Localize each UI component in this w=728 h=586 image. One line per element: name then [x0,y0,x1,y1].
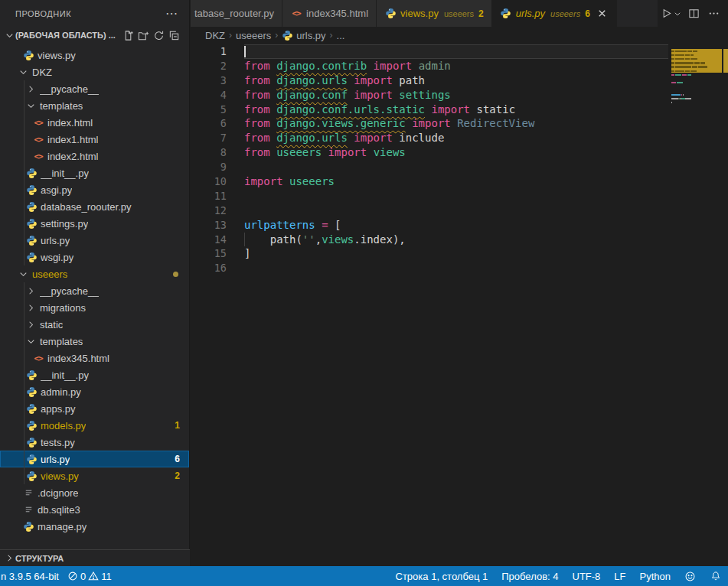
python-file-icon [25,184,38,196]
refresh-explorer-button[interactable] [151,28,166,43]
code-line-3[interactable]: 3from django.urls import path [191,73,728,88]
python-file-icon [25,470,38,482]
status-item-eol[interactable]: LF [607,566,632,586]
tree-item-index2-html[interactable]: <>index2.html [0,148,189,164]
tree-item-database-roouter-py[interactable]: database_roouter.py [0,198,189,215]
new-folder-button[interactable] [135,28,151,43]
code-line-11[interactable]: 11 [191,189,728,203]
tree-item-views-py[interactable]: views.py [0,47,189,63]
tree-item-label: apps.py [41,403,76,415]
code-editor[interactable]: 12from django.contrib import admin3from … [191,44,728,566]
breadcrumb: DKZ›useeers›urls.py›... [191,27,728,44]
workspace-section-header[interactable]: (РАБОЧАЯ ОБЛАСТЬ) ... [0,27,189,44]
tree-item-index-html[interactable]: <>index.html [0,114,189,131]
tree-item-urls-py[interactable]: urls.py [0,232,189,249]
status-item-python-interpreter[interactable]: n 3.9.5 64-bit [0,566,61,586]
code-line-2[interactable]: 2from django.contrib import admin [191,59,728,73]
tab-tabase-roouter-py[interactable]: tabase_roouter.py [191,0,282,27]
text-cursor [244,46,246,57]
tree-item-DKZ[interactable]: DKZ [0,63,189,80]
tree-item-label: urls.py [41,235,70,246]
explorer-header: ПРОВОДНИК ⋯ [0,0,189,27]
breadcrumb-item-DKZ[interactable]: DKZ [205,30,225,41]
tree-item-settings-py[interactable]: settings.py [0,215,189,232]
line-content: ] [244,246,668,261]
tree-item--pycache-[interactable]: __pycache__ [0,282,189,299]
code-line-4[interactable]: 4from django.conf import settings [191,88,728,103]
code-line-10[interactable]: 10import useeers [191,174,728,189]
code-line-7[interactable]: 7from django.urls import include [191,131,728,145]
line-content: from useeers import views [244,145,668,160]
status-item-feedback[interactable] [677,566,703,586]
status-item-language-mode[interactable]: Python [633,566,677,586]
code-line-16[interactable]: 16 [191,261,728,275]
tree-item-label: static [40,319,63,330]
code-line-13[interactable]: 13urlpatterns = [ [191,218,728,233]
tree-item-index345-html[interactable]: <>index345.html [0,350,189,366]
overview-ruler[interactable] [723,45,728,568]
tree-item-useeers[interactable]: useeers [0,265,189,282]
warnings-icon [88,571,99,581]
tree-item-label: migrations [40,302,86,314]
line-number: 16 [191,261,227,275]
tree-item-index1-html[interactable]: <>index1.html [0,131,189,148]
tree-item-views-py[interactable]: views.py2 [0,467,189,484]
explorer-more-actions-icon[interactable]: ⋯ [161,6,183,21]
status-item-indentation[interactable]: Пробелов: 4 [495,566,565,586]
breadcrumb-item-urls-py[interactable]: urls.py [296,30,325,41]
tree-item-label: views.py [41,470,79,482]
code-line-14[interactable]: 14 path('',views.index), [191,233,728,247]
chevron-right-icon [24,318,37,330]
code-line-8[interactable]: 8from useeers import views [191,145,728,160]
code-line-9[interactable]: 9 [191,160,728,174]
tree-item-asgi-py[interactable]: asgi.py [0,181,189,198]
outline-section-header[interactable]: СТРУКТУРА [0,549,190,566]
tree-item-migrations[interactable]: migrations [0,299,189,316]
tree-item-templates[interactable]: templates [0,333,189,350]
tree-item-tests-py[interactable]: tests.py [0,434,189,451]
status-item-notifications[interactable] [703,566,728,586]
tab-views-py[interactable]: views.pyuseeers2 [377,0,492,27]
close-tab-icon[interactable] [596,8,609,20]
status-item-problems[interactable]: 011 [61,566,118,586]
file-tree: views.pyDKZ__pycache__templates<>index.h… [0,47,189,549]
tree-item-apps-py[interactable]: apps.py [0,400,189,417]
collapse-folders-button[interactable] [166,28,181,43]
status-item-cursor-position[interactable]: Строка 1, столбец 1 [389,566,495,586]
run-dropdown-icon[interactable] [673,5,682,22]
tree-item-manage-py[interactable]: manage.py [0,518,189,535]
tree-item--init-py[interactable]: __init__.py [0,366,189,383]
python-file-icon [22,520,34,532]
editor-more-actions-icon[interactable] [705,5,722,22]
tab-index345-html[interactable]: <>index345.html [282,0,377,27]
minimap[interactable] [671,45,722,109]
tree-item-db-sqlite3[interactable]: db.sqlite3 [0,501,189,518]
tree-item--init-py[interactable]: __init__.py [0,164,189,181]
line-number: 12 [191,203,227,218]
tree-item-label: .dcignore [38,487,78,499]
code-line-6[interactable]: 6from django.views.generic import Redire… [191,116,728,131]
run-python-file-button[interactable] [658,5,674,22]
tab-urls-py[interactable]: urls.pyuseeers6 [492,0,617,27]
chevron-down-icon [3,29,15,41]
tree-item-admin-py[interactable]: admin.py [0,383,189,400]
status-text: UTF-8 [573,571,601,582]
breadcrumb-item-useeers[interactable]: useeers [236,30,271,41]
breadcrumb-item--[interactable]: ... [337,30,345,41]
tree-item--pycache-[interactable]: __pycache__ [0,80,189,97]
tree-item-wsgi-py[interactable]: wsgi.py [0,249,189,265]
new-file-button[interactable] [120,28,135,43]
tree-item-models-py[interactable]: models.py1 [0,417,189,434]
tree-item--dcignore[interactable]: .dcignore [0,484,189,501]
status-item-encoding[interactable]: UTF-8 [566,566,608,586]
code-line-15[interactable]: 15] [191,246,728,261]
chevron-right-icon [24,285,37,297]
tree-item-static[interactable]: static [0,316,189,333]
code-line-1[interactable]: 1 [191,44,728,59]
tree-item-urls-py[interactable]: urls.py6 [0,451,189,467]
html-file-icon: <> [290,8,302,20]
code-line-5[interactable]: 5from django.conf.urls.static import sta… [191,103,728,117]
code-line-12[interactable]: 12 [191,203,728,218]
split-editor-button[interactable] [685,5,702,22]
tree-item-templates[interactable]: templates [0,97,189,114]
